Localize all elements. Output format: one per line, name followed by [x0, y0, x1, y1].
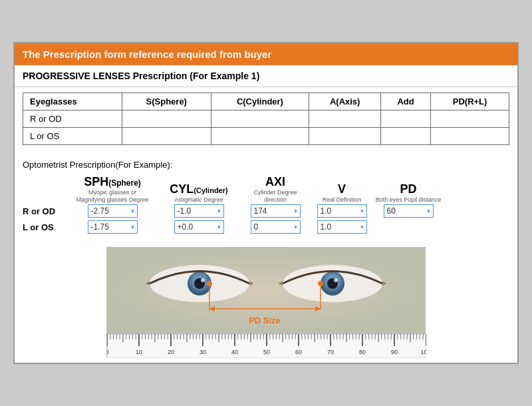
cyl-sub: Astigmatic Degree [174, 196, 223, 204]
axi-sub: Cylinder Degree direction [242, 189, 309, 204]
svg-text:40: 40 [231, 349, 238, 355]
rod-cyl-cell: -1.0 [156, 204, 242, 218]
svg-text:50: 50 [263, 349, 270, 355]
cyl-label: CYL(Cylinder) [170, 182, 227, 196]
los-v-select[interactable]: 1.0 [317, 220, 367, 234]
los-axi-select[interactable]: 0 [251, 220, 301, 234]
rod-v-select[interactable]: 1.0 [317, 204, 367, 218]
eye-image-svg: PD Size [106, 247, 426, 333]
los-sph-select[interactable]: -1.75 [88, 220, 138, 234]
v-sub: Real Definition [323, 196, 362, 204]
col-pd: PD(R+L) [431, 93, 509, 110]
row-los-pd [431, 127, 509, 144]
header-bar: The Prescription form reference required… [15, 43, 517, 65]
rod-cyl-select[interactable]: -1.0 [174, 204, 224, 218]
rod-pd-select[interactable]: 60 [384, 204, 434, 218]
svg-text:90: 90 [391, 349, 398, 355]
main-card: The Prescription form reference required… [13, 42, 519, 365]
rod-sph-select[interactable]: -2.75 [88, 204, 138, 218]
los-axi-wrapper[interactable]: 0 [251, 220, 301, 234]
los-sph-wrapper[interactable]: -1.75 [88, 220, 138, 234]
los-label: L or OS [23, 222, 69, 232]
los-v-cell: 1.0 [309, 220, 375, 234]
rod-axi-cell: 174 [242, 204, 309, 218]
row-los-axis [309, 127, 381, 144]
eye-image-section: PD Size [15, 242, 517, 363]
col-sphere: S(Sphere) [122, 93, 211, 110]
rod-sph-cell: -2.75 [69, 204, 156, 218]
rod-sph-wrapper[interactable]: -2.75 [88, 204, 138, 218]
svg-text:100: 100 [420, 349, 426, 355]
col-axis: A(Axis) [309, 93, 381, 110]
los-v-wrapper[interactable]: 1.0 [317, 220, 367, 234]
svg-point-11 [318, 281, 323, 286]
los-sph-cell: -1.75 [69, 220, 156, 234]
basic-table-section: Eyeglasses S(Sphere) C(Cylinder) A(Axis)… [15, 87, 517, 156]
ruler-wrapper: 0 10 20 30 40 50 60 70 80 90 100 [106, 333, 426, 357]
pd-label: PD [400, 182, 416, 196]
row-los-add [381, 127, 431, 144]
rod-axi-select[interactable]: 174 [251, 204, 301, 218]
los-cyl-select[interactable]: +0.0 [174, 220, 224, 234]
subtitle: PROGRESSIVE LENSES Prescription (For Exa… [15, 65, 517, 87]
ruler-svg: 0 10 20 30 40 50 60 70 80 90 100 [107, 334, 426, 358]
col-cylinder: C(Cylinder) [211, 93, 309, 110]
pd-sub: Both eyes Pupil distance [376, 196, 442, 204]
rx-row-rod: R or OD -2.75 -1.0 174 [23, 204, 509, 218]
rod-pd-cell: 60 [375, 204, 442, 218]
svg-point-10 [207, 281, 212, 286]
los-cyl-wrapper[interactable]: +0.0 [174, 220, 224, 234]
rod-pd-wrapper[interactable]: 60 [384, 204, 434, 218]
rod-cyl-wrapper[interactable]: -1.0 [174, 204, 224, 218]
col-eyeglasses: Eyeglasses [23, 93, 122, 110]
header-title: The Prescription form reference required… [23, 49, 271, 60]
svg-text:80: 80 [359, 349, 366, 355]
svg-text:70: 70 [327, 349, 334, 355]
svg-text:10: 10 [136, 349, 142, 355]
rx-header-row: SPH(Sphere) Myopic glasses or Magnifying… [69, 175, 509, 204]
col-cyl-header: CYL(Cylinder) Astigmatic Degree [156, 182, 242, 204]
table-row: L or OS [23, 127, 509, 144]
axi-label: AXI [265, 175, 285, 189]
rx-row-los: L or OS -1.75 +0.0 0 [23, 220, 509, 234]
svg-text:0: 0 [107, 349, 109, 355]
rod-axi-wrapper[interactable]: 174 [251, 204, 301, 218]
los-cyl-cell: +0.0 [156, 220, 242, 234]
rx-grid: SPH(Sphere) Myopic glasses or Magnifying… [15, 172, 517, 242]
svg-text:20: 20 [168, 349, 174, 355]
svg-text:30: 30 [200, 349, 206, 355]
row-rod-add [381, 110, 431, 127]
col-add: Add [381, 93, 431, 110]
row-los-sphere [122, 127, 211, 144]
svg-text:PD Size: PD Size [249, 315, 281, 325]
table-row: R or OD [23, 110, 509, 127]
rod-label: R or OD [23, 206, 69, 216]
col-pd-header: PD Both eyes Pupil distance [375, 182, 442, 204]
los-axi-cell: 0 [242, 220, 309, 234]
row-rod-label: R or OD [23, 110, 122, 127]
col-v-header: V Real Definition [309, 182, 375, 204]
rod-v-wrapper[interactable]: 1.0 [317, 204, 367, 218]
row-rod-sphere [122, 110, 211, 127]
row-rod-axis [309, 110, 381, 127]
eye-image-wrapper: PD Size [106, 247, 426, 333]
row-los-label: L or OS [23, 127, 122, 144]
svg-point-9 [334, 278, 338, 282]
row-los-cylinder [211, 127, 309, 144]
svg-point-5 [201, 278, 205, 282]
sph-label: SPH(Sphere) [84, 175, 141, 189]
v-label: V [338, 182, 346, 196]
col-axi-header: AXI Cylinder Degree direction [242, 175, 309, 204]
sph-sub: Myopic glasses or Magnifying glasses Deg… [76, 189, 149, 204]
basic-prescription-table: Eyeglasses S(Sphere) C(Cylinder) A(Axis)… [23, 93, 509, 145]
row-rod-cylinder [211, 110, 309, 127]
col-sph-header: SPH(Sphere) Myopic glasses or Magnifying… [69, 175, 156, 204]
row-rod-pd [431, 110, 509, 127]
optometrist-label: Optometrist Prescription(For Example): [15, 156, 517, 172]
svg-text:60: 60 [295, 349, 302, 355]
rod-v-cell: 1.0 [309, 204, 375, 218]
